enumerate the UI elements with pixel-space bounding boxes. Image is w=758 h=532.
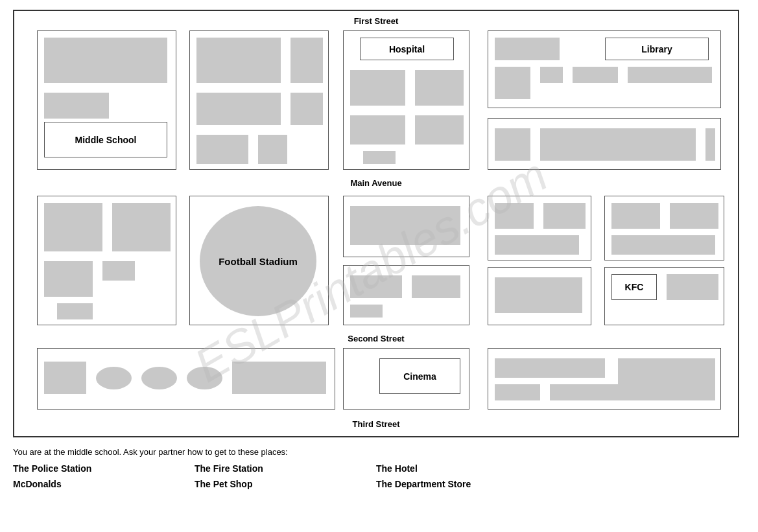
building-block bbox=[196, 38, 281, 83]
destination-pet-shop: The Pet Shop bbox=[195, 479, 324, 489]
dest-col-3: The Hotel The Department Store bbox=[376, 463, 506, 494]
building-block bbox=[112, 203, 171, 251]
building-block bbox=[495, 67, 530, 99]
destination-mcdonalds: McDonalds bbox=[13, 479, 143, 489]
building-block bbox=[415, 115, 464, 145]
building-block bbox=[196, 93, 281, 125]
building-unnamed-3a bbox=[343, 196, 469, 257]
building-block bbox=[44, 38, 167, 83]
library-label: Library bbox=[605, 38, 709, 60]
building-block bbox=[495, 358, 605, 378]
building-block bbox=[44, 93, 109, 119]
building-block bbox=[258, 135, 287, 164]
building-block bbox=[350, 206, 460, 245]
building-block bbox=[495, 38, 560, 60]
building-block bbox=[495, 128, 530, 161]
building-block bbox=[44, 362, 86, 394]
street-third-label: Third Street bbox=[14, 419, 738, 429]
building-block bbox=[550, 384, 628, 400]
building-block bbox=[44, 203, 102, 251]
building-oval bbox=[141, 367, 177, 389]
dest-col-2: The Fire Station The Pet Shop bbox=[195, 463, 324, 494]
building-kfc: KFC bbox=[604, 267, 724, 325]
building-library-top: Library bbox=[488, 30, 721, 108]
destination-fire-station: The Fire Station bbox=[195, 463, 324, 474]
building-block bbox=[350, 70, 405, 106]
building-unnamed-6 bbox=[488, 267, 591, 325]
building-block bbox=[540, 67, 563, 83]
middle-school-label: Middle School bbox=[44, 122, 167, 157]
football-stadium-label: Football Stadium bbox=[200, 206, 316, 316]
building-block bbox=[415, 70, 464, 106]
building-cinema: Cinema bbox=[343, 348, 469, 410]
building-block bbox=[495, 277, 582, 313]
bottom-section: You are at the middle school. Ask your p… bbox=[13, 447, 739, 494]
building-block bbox=[196, 135, 248, 164]
destination-hotel: The Hotel bbox=[376, 463, 506, 474]
building-block bbox=[670, 203, 718, 229]
building-block bbox=[667, 274, 718, 300]
building-block bbox=[350, 115, 405, 145]
instruction-text: You are at the middle school. Ask your p… bbox=[13, 447, 739, 457]
building-hospital: Hospital bbox=[343, 30, 469, 170]
building-oval bbox=[96, 367, 132, 389]
building-unnamed-2 bbox=[37, 196, 176, 325]
building-block bbox=[44, 261, 93, 297]
building-block bbox=[412, 275, 460, 298]
street-first-label: First Street bbox=[14, 16, 738, 26]
building-unnamed-1 bbox=[189, 30, 329, 170]
building-middle-school: Middle School bbox=[37, 30, 176, 170]
building-block bbox=[350, 275, 402, 298]
building-football-stadium: Football Stadium bbox=[189, 196, 329, 325]
building-unnamed-5 bbox=[604, 196, 724, 260]
building-block bbox=[705, 128, 715, 161]
building-unnamed-4 bbox=[488, 196, 591, 260]
building-block bbox=[363, 151, 396, 164]
building-block bbox=[611, 235, 715, 255]
hospital-label: Hospital bbox=[360, 38, 454, 60]
cinema-label: Cinema bbox=[379, 358, 460, 394]
destinations-list: The Police Station McDonalds The Fire St… bbox=[13, 463, 739, 494]
building-block bbox=[540, 128, 696, 161]
building-block bbox=[57, 303, 93, 319]
building-block bbox=[573, 67, 618, 83]
building-block bbox=[618, 358, 715, 400]
destination-department-store: The Department Store bbox=[376, 479, 506, 489]
map-container: First Street Main Avenue Second Street T… bbox=[13, 10, 739, 437]
street-second-label: Second Street bbox=[14, 334, 738, 343]
building-block bbox=[611, 203, 660, 229]
kfc-label: KFC bbox=[611, 274, 657, 300]
building-block bbox=[102, 261, 135, 281]
building-unnamed-7 bbox=[37, 348, 335, 410]
building-block bbox=[232, 362, 326, 394]
destination-police-station: The Police Station bbox=[13, 463, 143, 474]
building-oval bbox=[187, 367, 222, 389]
building-unnamed-3b bbox=[343, 265, 469, 325]
building-block bbox=[495, 235, 579, 255]
building-block bbox=[290, 93, 323, 125]
street-main-label: Main Avenue bbox=[14, 178, 738, 188]
building-block bbox=[543, 203, 586, 229]
building-block bbox=[495, 203, 534, 229]
building-library-bottom bbox=[488, 118, 721, 170]
building-block bbox=[495, 384, 540, 400]
building-block bbox=[290, 38, 323, 83]
building-unnamed-8 bbox=[488, 348, 721, 410]
building-block bbox=[350, 305, 383, 318]
building-block bbox=[628, 67, 712, 83]
dest-col-1: The Police Station McDonalds bbox=[13, 463, 143, 494]
